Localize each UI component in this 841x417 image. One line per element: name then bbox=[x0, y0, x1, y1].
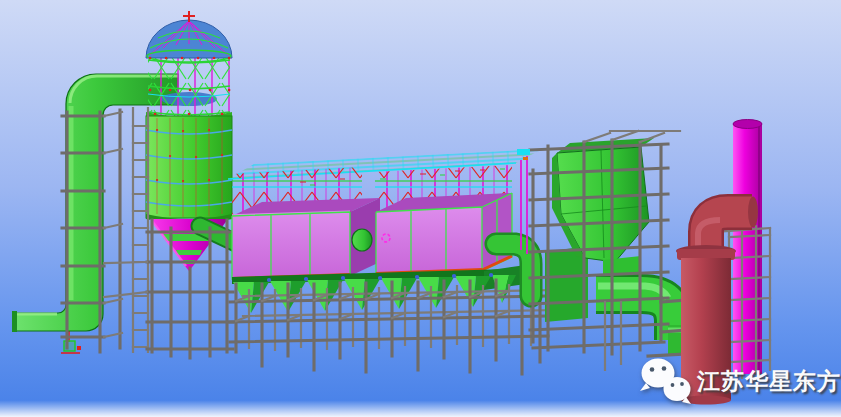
exhaust-stack bbox=[733, 120, 762, 375]
plant-3d-render: 江苏华星东方 bbox=[0, 0, 841, 417]
silo-shell bbox=[146, 116, 232, 218]
interconnect-stub bbox=[352, 229, 372, 251]
plant-3d-model bbox=[0, 0, 841, 417]
scrubber-shell bbox=[681, 258, 731, 400]
